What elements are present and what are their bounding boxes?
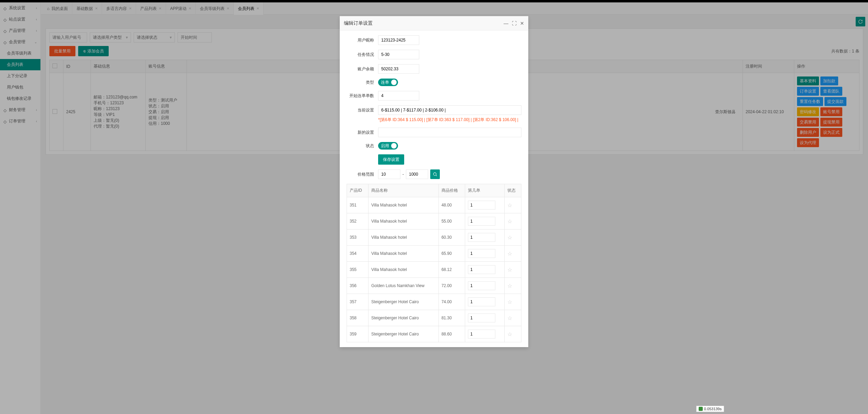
field-label: 价格范围 xyxy=(347,171,374,177)
range-separator: - xyxy=(402,172,404,177)
field-label: 账户余额 xyxy=(347,66,374,72)
col-product-order: 第几单 xyxy=(465,184,504,197)
star-icon[interactable]: ☆ xyxy=(507,267,512,273)
cell-pname: Steigenberger Hotel Cairo xyxy=(369,326,439,342)
star-icon[interactable]: ☆ xyxy=(507,202,512,208)
cell-pprice: 55.00 xyxy=(438,213,465,229)
switch-knob xyxy=(391,143,397,149)
product-row: 358Steigenberger Hotel Cairo81.30☆ xyxy=(347,310,521,326)
order-input[interactable] xyxy=(468,233,495,242)
switch-label: 启用 xyxy=(381,143,389,149)
star-icon[interactable]: ☆ xyxy=(507,218,512,224)
order-input[interactable] xyxy=(468,281,495,290)
task-input[interactable] xyxy=(378,50,419,59)
type-switch[interactable]: 连单 xyxy=(378,79,398,86)
col-product-status: 状态 xyxy=(505,184,521,197)
cell-pprice: 60.30 xyxy=(438,229,465,246)
product-row: 356Golden Lotus Namkhan View72.00☆ xyxy=(347,278,521,294)
order-input[interactable] xyxy=(468,217,495,226)
modal-body: 用户昵称 任务情况 账户余额 类型连单 开始连单单数 当前设置*[第6单 ID:… xyxy=(340,31,528,347)
current-note: *[第6单 ID:364 $ 115.00] | [第7单 ID:363 $ 1… xyxy=(378,117,521,123)
product-table: 产品ID 商品名称 商品价格 第几单 状态 351Villa Mahasok h… xyxy=(347,184,521,342)
cell-pid: 353 xyxy=(347,229,369,246)
cell-pid: 359 xyxy=(347,326,369,342)
cell-pname: Steigenberger Hotel Cairo xyxy=(369,294,439,310)
product-row: 353Villa Mahasok hotel60.30☆ xyxy=(347,229,521,246)
order-settings-modal: 编辑订单设置 — ⛶ ✕ 用户昵称 任务情况 账户余额 类型连单 开始连单单数 … xyxy=(340,16,528,347)
perf-text: 0.053139s xyxy=(704,407,722,411)
performance-badge: 0.053139s xyxy=(696,406,724,412)
product-row: 351Villa Mahasok hotel48.00☆ xyxy=(347,197,521,213)
star-icon[interactable]: ☆ xyxy=(507,235,512,240)
order-input[interactable] xyxy=(468,201,495,210)
cell-pprice: 65.90 xyxy=(438,246,465,262)
maximize-icon[interactable]: ⛶ xyxy=(512,21,517,26)
product-row: 354Villa Mahasok hotel65.90☆ xyxy=(347,246,521,262)
cell-pprice: 74.00 xyxy=(438,294,465,310)
cell-pprice: 48.00 xyxy=(438,197,465,213)
field-label: 任务情况 xyxy=(347,52,374,58)
cell-pname: Villa Mahasok hotel xyxy=(369,229,439,246)
cell-pid: 351 xyxy=(347,197,369,213)
cell-pid: 355 xyxy=(347,262,369,278)
field-label: 当前设置 xyxy=(347,105,374,113)
nickname-input[interactable] xyxy=(378,35,419,45)
field-label: 开始连单单数 xyxy=(347,93,374,99)
cell-pname: Villa Mahasok hotel xyxy=(369,197,439,213)
star-icon[interactable]: ☆ xyxy=(507,251,512,257)
switch-label: 连单 xyxy=(381,80,389,85)
modal-title: 编辑订单设置 xyxy=(344,20,373,26)
search-icon xyxy=(433,172,437,177)
cell-pname: Villa Mahasok hotel xyxy=(369,246,439,262)
cell-pname: Villa Mahasok hotel xyxy=(369,262,439,278)
price-to-input[interactable] xyxy=(406,169,428,179)
cell-pname: Villa Mahasok hotel xyxy=(369,213,439,229)
current-setting-input[interactable] xyxy=(378,105,521,115)
cell-pid: 354 xyxy=(347,246,369,262)
status-switch[interactable]: 启用 xyxy=(378,142,398,150)
modal-overlay[interactable]: 编辑订单设置 — ⛶ ✕ 用户昵称 任务情况 账户余额 类型连单 开始连单单数 … xyxy=(0,2,868,414)
price-search-button[interactable] xyxy=(430,169,440,179)
product-row: 359Steigenberger Hotel Cairo88.60☆ xyxy=(347,326,521,342)
order-input[interactable] xyxy=(468,297,495,306)
cell-pid: 356 xyxy=(347,278,369,294)
col-product-id: 产品ID xyxy=(347,184,369,197)
new-setting-input[interactable] xyxy=(378,128,521,137)
start-count-input[interactable] xyxy=(378,91,419,100)
order-input[interactable] xyxy=(468,330,495,339)
save-settings-button[interactable]: 保存设置 xyxy=(378,154,404,165)
cell-pid: 358 xyxy=(347,310,369,326)
order-input[interactable] xyxy=(468,249,495,258)
cell-pname: Steigenberger Hotel Cairo xyxy=(369,310,439,326)
field-label: 状态 xyxy=(347,143,374,149)
close-icon[interactable]: ✕ xyxy=(520,21,524,26)
cell-pid: 357 xyxy=(347,294,369,310)
modal-header: 编辑订单设置 — ⛶ ✕ xyxy=(340,16,528,31)
minimize-icon[interactable]: — xyxy=(504,21,508,26)
col-product-name: 商品名称 xyxy=(369,184,439,197)
product-row: 352Villa Mahasok hotel55.00☆ xyxy=(347,213,521,229)
col-product-price: 商品价格 xyxy=(438,184,465,197)
cell-pprice: 88.60 xyxy=(438,326,465,342)
product-row: 357Steigenberger Hotel Cairo74.00☆ xyxy=(347,294,521,310)
star-icon[interactable]: ☆ xyxy=(507,331,512,337)
field-label: 类型 xyxy=(347,80,374,85)
perf-icon xyxy=(699,407,703,411)
star-icon[interactable]: ☆ xyxy=(507,283,512,289)
cell-pname: Golden Lotus Namkhan View xyxy=(369,278,439,294)
price-from-input[interactable] xyxy=(378,169,400,179)
star-icon[interactable]: ☆ xyxy=(507,299,512,305)
order-input[interactable] xyxy=(468,265,495,274)
order-input[interactable] xyxy=(468,314,495,322)
cell-pid: 352 xyxy=(347,213,369,229)
cell-pprice: 68.12 xyxy=(438,262,465,278)
field-label: 用户昵称 xyxy=(347,37,374,43)
svg-point-0 xyxy=(433,173,436,175)
balance-input[interactable] xyxy=(378,64,419,74)
cell-pprice: 81.30 xyxy=(438,310,465,326)
product-row: 355Villa Mahasok hotel68.12☆ xyxy=(347,262,521,278)
switch-knob xyxy=(391,80,397,85)
star-icon[interactable]: ☆ xyxy=(507,315,512,321)
cell-pprice: 72.00 xyxy=(438,278,465,294)
field-label: 新的设置 xyxy=(347,130,374,135)
